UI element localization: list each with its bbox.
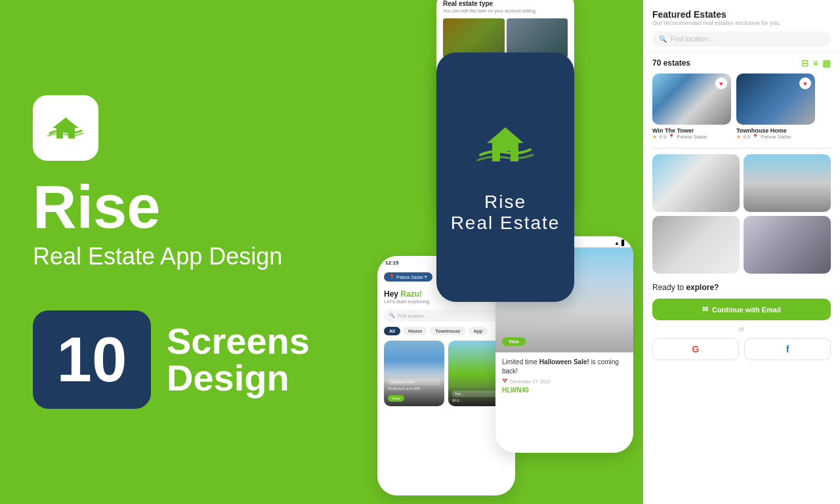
splash-logo <box>472 121 538 176</box>
photo-cell-2 <box>507 18 568 58</box>
sale-desc-1: All discount up to 60% <box>388 387 440 390</box>
favorite-icon-1[interactable]: ♥ <box>715 77 727 89</box>
more-estate-img-3[interactable] <box>652 216 740 274</box>
estates-count-row: 70 estates ⊟ ≡ ▦ <box>643 52 840 71</box>
calendar-icon: 📅 <box>502 379 508 384</box>
email-icon: ✉ <box>702 305 708 314</box>
featured-header: Featured Estates Our recommended real es… <box>643 0 840 52</box>
detail-view-button[interactable]: View <box>502 337 526 346</box>
splash-phone-mockup: Rise Real Estate <box>436 52 574 302</box>
screens-text: Screens Design <box>167 323 310 396</box>
splash-wrapper: Rise Real Estate <box>436 52 574 302</box>
estate-card-2-image: ♥ <box>736 74 815 125</box>
filter-icons: ⊟ ≡ ▦ <box>801 58 831 68</box>
ready-before: Ready to <box>652 283 686 292</box>
screens-label: Screens <box>167 323 310 360</box>
filter-grid-icon[interactable]: ▦ <box>822 58 831 68</box>
filter-funnel-icon[interactable]: ⊟ <box>801 58 809 68</box>
splash-app-name: Rise <box>484 192 526 213</box>
find-placeholder: Find location... <box>671 35 713 43</box>
filter-list-icon[interactable]: ≡ <box>813 58 818 68</box>
rating-value-2: 4.9 <box>743 134 750 140</box>
detail-promo-text: Limited time Halloween Sale! is coming b… <box>502 358 627 376</box>
filter-tab-house[interactable]: House <box>403 327 427 335</box>
location-dot-1: 📍 <box>668 134 675 140</box>
location-pill[interactable]: 📍 Pabna Sadar ▾ <box>384 272 432 282</box>
screens-number: 10 <box>57 324 127 396</box>
property-cards: Halloween Sale! All discount up to 60% V… <box>377 338 515 409</box>
user-name: Razu! <box>400 289 422 299</box>
more-estate-img-4[interactable] <box>744 216 831 274</box>
splash-tagline: Real Estate <box>451 213 560 234</box>
promo-bold1: Halloween <box>539 358 572 366</box>
detail-battery-icon: ▋ <box>621 240 625 246</box>
location-pin-icon: 📍 <box>389 274 395 280</box>
card-divider <box>652 148 831 149</box>
rating-value-1: 4.9 <box>659 134 666 140</box>
estate-card-1-image: ♥ <box>652 74 731 125</box>
estates-count: 70 estates <box>652 58 690 68</box>
right-section: Featured Estates Our recommended real es… <box>643 0 840 504</box>
estate-card-2-name: Townhouse Home <box>736 127 815 134</box>
promo-code: HLWN40 <box>502 387 627 394</box>
ready-section: Ready to explore? ✉ Continue with Email … <box>643 276 840 367</box>
greeting-text: Hey <box>384 289 400 299</box>
estate-card-1[interactable]: ♥ Win The Tower ★ 4.9 📍 Pahna Sadar <box>652 74 731 140</box>
app-title: Rise <box>33 177 335 237</box>
property-card-1[interactable]: Halloween Sale! All discount up to 60% V… <box>384 341 444 406</box>
detail-wifi-icon: ▲ <box>614 240 620 246</box>
detail-date: 📅 December 27, 2022 <box>502 379 627 384</box>
property-card-1-overlay: Halloween Sale! All discount up to 60% V… <box>384 375 444 406</box>
facebook-button[interactable]: f <box>744 338 831 360</box>
chevron-down-icon: ▾ <box>425 274 427 280</box>
detail-content: Limited time Halloween Sale! is coming b… <box>495 352 633 399</box>
find-location-input[interactable]: 🔍 Find location... <box>652 32 831 47</box>
detail-status-icons: ▲ ▋ <box>614 240 625 246</box>
location-name-1: Pahna Sadar <box>677 134 707 140</box>
ready-bold: explore? <box>686 283 719 292</box>
or-divider: or <box>652 326 831 333</box>
facebook-icon: f <box>786 344 789 354</box>
real-estate-type-sub: You can edit this later on your account … <box>443 9 568 13</box>
app-logo <box>33 95 98 161</box>
estate-card-2[interactable]: ♥ Townhouse Home ★ 4.9 📍 Pahna Sadar <box>736 74 815 140</box>
find-search-icon: 🔍 <box>659 35 667 43</box>
featured-title: Featured Estates <box>652 9 831 20</box>
star-icon-1: ★ <box>652 134 657 140</box>
estate-card-1-rating: ★ 4.9 📍 Pahna Sadar <box>652 134 731 140</box>
social-buttons: G f <box>652 338 831 360</box>
filter-tab-townhouse[interactable]: Townhouse <box>430 327 465 335</box>
favorite-icon-2[interactable]: ♥ <box>799 77 811 89</box>
screens-badge: 10 Screens Design <box>33 310 335 409</box>
more-estate-img-2[interactable] <box>744 154 831 212</box>
filter-tabs: All House Townhouse App <box>377 324 515 338</box>
promo-bold2: Sale! <box>574 358 589 366</box>
photo-cell-1 <box>443 18 505 58</box>
search-icon: 🔍 <box>389 313 395 318</box>
star-icon-2: ★ <box>736 134 741 140</box>
featured-subtitle: Our recommended real estates exclusive f… <box>652 20 831 26</box>
date-text: December 27, 2022 <box>510 379 550 384</box>
google-button[interactable]: G <box>652 338 739 360</box>
more-estates-grid <box>643 152 840 276</box>
email-button[interactable]: ✉ Continue with Email <box>652 299 831 320</box>
estate-card-1-name: Win The Tower <box>652 127 731 134</box>
left-section: Rise Real Estate App Design 10 Screens D… <box>0 0 368 504</box>
estate-card-2-rating: ★ 4.9 📍 Pahna Sadar <box>736 134 815 140</box>
app-subtitle: Real Estate App Design <box>33 242 335 270</box>
sale-badge-1: Halloween Sale! <box>388 379 440 385</box>
google-icon: G <box>692 344 700 354</box>
search-bar[interactable]: 🔍 Find location... <box>384 310 509 322</box>
view-button-1[interactable]: View <box>388 395 404 402</box>
status-time: 12:15 <box>385 260 398 266</box>
ready-text: Ready to explore? <box>652 283 831 292</box>
more-estate-img-1[interactable] <box>652 154 740 212</box>
location-name-2: Pahna Sadar <box>761 134 791 140</box>
location-dot-2: 📍 <box>752 134 759 140</box>
real-estate-type-title: Real estate type <box>443 0 568 7</box>
promo-before: Limited time <box>502 358 539 366</box>
filter-tab-app[interactable]: App <box>469 327 488 335</box>
filter-tab-all[interactable]: All <box>384 327 400 335</box>
location-text: Pabna Sadar <box>396 275 423 280</box>
search-placeholder: Find location... <box>398 314 428 318</box>
